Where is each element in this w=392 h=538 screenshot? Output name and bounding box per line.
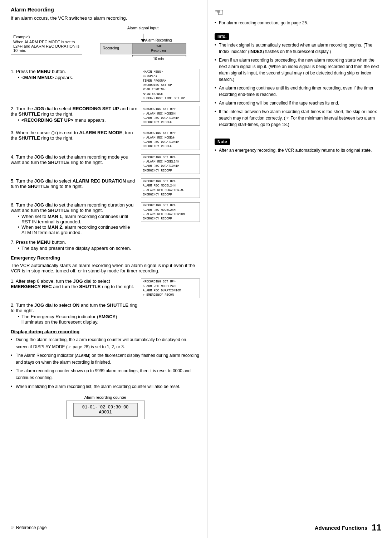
counter-display: 01-01-'02 09:30:00 A0001 — [73, 403, 138, 417]
step-3-num: 3. When the cursor (▷) is next to ALARM … — [11, 130, 138, 141]
menu-1-line-2: TIMER PROGRAM — [143, 79, 198, 83]
footer-ref: ☞ Reference page — [11, 525, 46, 530]
left-column: Alarm Recording If an alarm occurs, the … — [0, 0, 207, 538]
menu-box-5: <RECORDING SET UP> ALARM REC MODEL24H ▷ … — [141, 178, 200, 198]
right-info-section: Info. The index signal is automatically … — [215, 33, 381, 128]
menu-3-line-3: EMERGENCY RECOFF — [143, 144, 198, 149]
step-6-num: 6. Turn the JOG dial to set the alarm re… — [11, 202, 138, 213]
footer-ref-label: Reference page — [16, 525, 46, 530]
step-1: 1. Press the MENU button. <MAIN MENU> ap… — [11, 69, 200, 102]
step-4-num: 4. Turn the JOG dial to set the alarm re… — [11, 154, 138, 165]
menu-box-emg1: <RECORDING SET UP> ALARM REC MODEL24H AL… — [141, 278, 200, 298]
menu-3-header: <RECORDING SET UP> — [143, 131, 198, 135]
step-4: 4. Turn the JOG dial to set the alarm re… — [11, 154, 200, 174]
emergency-intro: The VCR automatically starts an alarm re… — [11, 263, 200, 273]
step-2-num: 2. Turn the JOG dial to select RECORDING… — [11, 106, 138, 117]
step-5-menu: <RECORDING SET UP> ALARM REC MODEL24H ▷ … — [141, 178, 200, 198]
svg-marker-1 — [141, 39, 145, 42]
display-bullet-4: When initializing the alarm recording li… — [11, 383, 200, 390]
display-bullets-list: During the alarm recording, the alarm re… — [11, 336, 200, 390]
step-2-bullet-item: <RECORDING SET UP> menu appears. — [18, 117, 138, 123]
counter-label: Alarm recording counter — [11, 395, 200, 399]
emg-step-1-text: 1. After step 6 above, turn the JOG dial… — [11, 278, 141, 290]
info-bullet-3: An alarm recording continues until its e… — [215, 85, 381, 98]
menu-6-line-2: ▷ ALARM REC DURATION10M — [143, 212, 198, 217]
step-1-menu: <MAIN MENU> ▷DISPLAY TIMER PROGRAM RECOR… — [141, 69, 200, 102]
step-7-bullet-item: The day and present time display appears… — [18, 246, 138, 251]
step-5-num: 5. Turn the JOG dial to select ALARM REC… — [11, 178, 138, 189]
right-column: ☞ For alarm recording connection, go to … — [207, 0, 392, 538]
svg-text:10 min: 10 min — [153, 57, 163, 61]
menu-2-line-3: EMERGENCY RECOFF — [143, 120, 198, 125]
example-box: Example) When ALARM REC MODE is set to L… — [11, 33, 82, 54]
menu-1-header: <MAIN MENU> — [143, 70, 198, 74]
footer-page-number: 11 — [372, 523, 381, 533]
menu-2-header: <RECORDING SET UP> — [143, 107, 198, 111]
emg-step-2: 2. Turn the JOG dial to select ON and tu… — [11, 302, 200, 325]
recording-diagram: Alarm signal input Recording L24H Record — [86, 26, 200, 63]
step-6: 6. Turn the JOG dial to set the alarm re… — [11, 202, 200, 235]
step-1-num: 1. Press the MENU button. — [11, 69, 138, 74]
note-bullet-1: After an emergency recording, the VCR au… — [215, 147, 381, 154]
menu-6-line-3: EMERGENCY RECOFF — [143, 217, 198, 221]
display-heading: Display during alarm recording — [11, 329, 200, 334]
step-7-bullet: The day and present time display appears… — [11, 246, 138, 251]
menu-4-line-2: ALARM REC DURATION1M — [143, 164, 198, 168]
display-bullet-2: The Alarm Recording indicator (ALARM) on… — [11, 352, 200, 366]
menu-1-line-5: MAINTENANCE — [143, 92, 198, 96]
emg-step-2-bullet-item: The Emergency Recording indicator (EMGCY… — [18, 314, 138, 325]
menu-emg1-header: <RECORDING SET UP> — [143, 280, 198, 284]
emg-step-2-bullet: The Emergency Recording indicator (EMGCY… — [11, 314, 138, 325]
menu-5-line-2: ▷ ALARM REC DURATION→M- — [143, 188, 198, 193]
menu-emg1-line-1: ALARM REC MODEL24H — [143, 284, 198, 289]
menu-5-header: <RECORDING SET UP> — [143, 179, 198, 184]
note-label: Note — [215, 139, 230, 145]
step-2-bullet: <RECORDING SET UP> menu appears. — [11, 117, 138, 123]
info-bullets-list: The index signal is automatically record… — [215, 42, 381, 128]
menu-box-4: <RECORDING SET UP> ▷ ALARM REC MODEL24H … — [141, 154, 200, 174]
menu-box-3: <RECORDING SET UP> ▷ ALARM REC MODE※ ALA… — [141, 130, 200, 150]
step-2-menu: <RECORDING SET UP> ▷ ALARM REC MODE8H AL… — [141, 106, 200, 126]
step-6-bullets: When set to MAN 1, alarm recording conti… — [11, 214, 138, 235]
menu-4-line-3: EMERGENCY RECOFF — [143, 169, 198, 173]
emg-step-1-menu: <RECORDING SET UP> ALARM REC MODEL24H AL… — [141, 278, 200, 298]
page-footer: ☞ Reference page Advanced Functions 11 — [0, 523, 392, 533]
diagram-area: Example) When ALARM REC MODE is set to L… — [11, 26, 200, 63]
menu-1-line-6: CLOCK/FIRST TIME SET UP — [143, 96, 198, 101]
emg-step-2-num: 2. Turn the JOG dial to select ON and tu… — [11, 302, 138, 313]
step-1-bullet-item: <MAIN MENU> appears. — [18, 75, 138, 80]
menu-box-1: <MAIN MENU> ▷DISPLAY TIMER PROGRAM RECOR… — [141, 69, 200, 102]
example-title: Example) — [13, 35, 80, 39]
menu-1-line-3: RECORDING SET UP — [143, 83, 198, 87]
step-1-text: 1. Press the MENU button. <MAIN MENU> ap… — [11, 69, 141, 80]
menu-box-2: <RECORDING SET UP> ▷ ALARM REC MODE8H AL… — [141, 106, 200, 126]
step-6-bullet-2: When set to MAN 2, alarm recording conti… — [18, 224, 138, 235]
right-ref-bullets: For alarm recording connection, go to pa… — [215, 20, 381, 26]
menu-5-line-1: ALARM REC MODEL24H — [143, 184, 198, 188]
step-1-bullet: <MAIN MENU> appears. — [11, 75, 138, 80]
note-bullets-list: After an emergency recording, the VCR au… — [215, 147, 381, 154]
right-top-section: ☞ For alarm recording connection, go to … — [215, 6, 381, 26]
menu-emg1-line-3: ▷ EMERGENCY RECON — [143, 293, 198, 297]
menu-3-line-2: ALARM REC DURATION1M — [143, 140, 198, 144]
display-bullet-3: The alarm recording counter shows up to … — [11, 368, 200, 381]
right-note-section: Note After an emergency recording, the V… — [215, 139, 381, 154]
info-bullet-2: Even if an alarm recording is proceeding… — [215, 57, 381, 83]
step-5: 5. Turn the JOG dial to select ALARM REC… — [11, 178, 200, 198]
emg-step-2-text: 2. Turn the JOG dial to select ON and tu… — [11, 302, 141, 325]
info-label: Info. — [215, 33, 229, 40]
step-7-text: 7. Press the MENU button. The day and pr… — [11, 239, 141, 251]
hand-icon: ☞ — [215, 6, 224, 18]
menu-5-line-3: EMERGENCY RECOFF — [143, 193, 198, 197]
step-7-num: 7. Press the MENU button. — [11, 239, 138, 245]
footer-section-title: Advanced Functions — [315, 525, 368, 531]
step-4-text: 4. Turn the JOG dial to set the alarm re… — [11, 154, 141, 166]
intro-text: If an alarm occurs, the VCR switches to … — [11, 15, 200, 21]
emg-step-1: 1. After step 6 above, turn the JOG dial… — [11, 278, 200, 298]
menu-2-line-1: ▷ ALARM REC MODE8H — [143, 112, 198, 116]
alarm-signal-label: Alarm signal input — [86, 26, 200, 30]
step-2: 2. Turn the JOG dial to select RECORDING… — [11, 106, 200, 126]
step-6-text: 6. Turn the JOG dial to set the alarm re… — [11, 202, 141, 235]
info-bullet-5: If the interval between two alarm record… — [215, 108, 381, 128]
menu-3-line-1: ▷ ALARM REC MODE※ — [143, 136, 198, 140]
